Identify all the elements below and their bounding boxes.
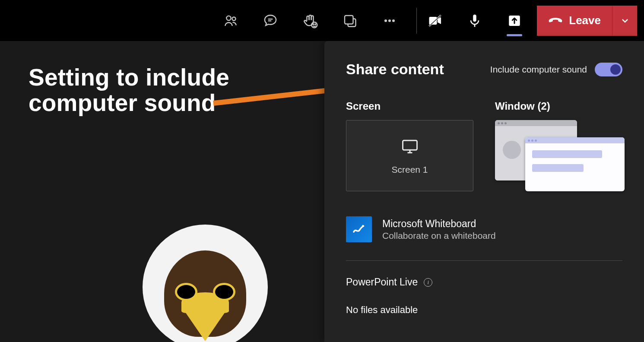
monitor-icon [400,137,419,156]
svg-point-8 [384,19,387,22]
share-sources-row: Screen Screen 1 Window (2) [346,100,622,191]
whiteboard-icon [346,216,372,242]
info-icon[interactable]: i [424,278,432,287]
meeting-toolbar: Leave [0,0,644,41]
window-thumb-front [525,137,625,191]
annotation-callout: Setting to include computer sound [29,65,229,116]
hangup-icon [548,13,563,28]
powerpoint-live-heading: PowerPoint Live i [346,276,622,288]
chat-button[interactable] [261,11,280,30]
toolbar-primary-group [416,8,524,34]
share-button[interactable] [505,11,524,30]
whiteboard-item[interactable]: Microsoft Whiteboard Collaborate on a wh… [346,212,622,260]
reactions-icon [302,13,318,28]
camera-off-icon [427,13,443,28]
no-files-message: No files available [346,304,622,316]
share-panel-header: Share content Include computer sound [346,61,622,78]
whiteboard-title: Microsoft Whiteboard [382,218,496,230]
leave-label: Leave [569,14,601,27]
whiteboard-subtitle: Collaborate on a whiteboard [382,231,496,241]
toggle-knob [610,64,621,75]
powerpoint-live-section: PowerPoint Live i No files available [346,276,622,316]
screen-1-label: Screen 1 [391,165,428,175]
section-divider [346,260,622,261]
avatar-image [162,246,248,342]
people-button[interactable] [221,11,240,30]
more-icon [382,13,397,28]
svg-point-5 [313,24,314,25]
window-selector-card[interactable] [495,120,622,191]
meeting-stage: Setting to include computer sound Share … [0,41,644,342]
leave-button[interactable]: Leave [537,6,612,36]
rooms-icon [342,13,358,28]
svg-rect-13 [473,14,477,22]
rooms-button[interactable] [340,11,359,30]
svg-point-9 [388,19,391,22]
powerpoint-live-heading-text: PowerPoint Live [346,276,418,288]
svg-point-10 [392,19,395,22]
annotation-line: computer sound [29,90,229,116]
share-icon [507,13,522,28]
toolbar-secondary-group [221,11,399,30]
mic-icon [467,13,482,28]
include-sound-label: Include computer sound [490,64,587,75]
leave-options-button[interactable] [612,6,637,36]
svg-point-1 [232,17,236,20]
window-heading: Window (2) [495,100,622,112]
svg-point-6 [315,24,316,25]
camera-toggle-button[interactable] [425,11,444,30]
more-button[interactable] [380,11,399,30]
people-icon [223,13,238,28]
chat-icon [263,13,278,28]
participant-avatar [143,225,268,342]
share-content-panel: Share content Include computer sound Scr… [324,41,644,342]
mic-toggle-button[interactable] [465,11,484,30]
whiteboard-text: Microsoft Whiteboard Collaborate on a wh… [382,218,496,241]
svg-rect-7 [345,16,353,24]
include-sound-toggle[interactable] [595,63,622,76]
include-sound-row: Include computer sound [490,63,622,76]
leave-group: Leave [537,6,637,36]
annotation-line: Setting to include [29,65,229,90]
screen-heading: Screen [346,100,473,112]
window-section: Window (2) [495,100,622,191]
chevron-down-icon [620,16,630,26]
svg-point-0 [227,16,231,20]
screen-section: Screen Screen 1 [346,100,473,191]
share-panel-title: Share content [346,61,444,78]
reactions-button[interactable] [301,11,320,30]
svg-rect-18 [403,140,417,150]
screen-1-card[interactable]: Screen 1 [346,120,473,191]
